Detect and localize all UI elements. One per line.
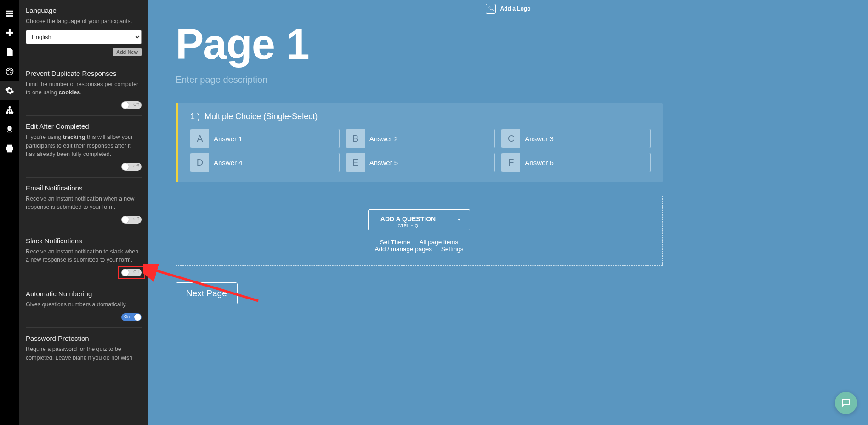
svg-point-10 [9, 69, 11, 70]
question-title[interactable]: 1 ) Multiple Choice (Single-Select) [190, 112, 651, 121]
svg-rect-1 [9, 11, 13, 12]
answer-letter: A [191, 129, 209, 148]
numbering-title: Automatic Numbering [26, 290, 142, 298]
settings-sidebar[interactable]: Language Choose the language of your par… [19, 0, 148, 425]
section-slack: Slack Notifications Receive an instant n… [26, 230, 142, 283]
svg-rect-5 [9, 15, 13, 16]
answer-option[interactable]: DAnswer 4 [190, 153, 340, 172]
answer-option[interactable]: CAnswer 3 [501, 129, 651, 148]
answer-text: Answer 2 [365, 129, 495, 148]
language-desc: Choose the language of your participants… [26, 17, 142, 25]
rail-settings-button[interactable] [0, 81, 19, 100]
answer-text: Answer 6 [520, 153, 650, 172]
section-duplicate: Prevent Duplicate Responses Limit the nu… [26, 63, 142, 116]
email-desc: Receive an instant notification when a n… [26, 195, 142, 211]
add-logo-button[interactable]: Add a Logo [148, 0, 868, 23]
answer-letter: F [502, 153, 520, 172]
svg-rect-19 [8, 149, 11, 152]
answer-letter: B [346, 129, 365, 148]
svg-point-13 [9, 107, 10, 108]
svg-rect-4 [6, 15, 8, 16]
slack-title: Slack Notifications [26, 237, 142, 245]
image-icon [486, 4, 496, 14]
answer-option[interactable]: AAnswer 1 [190, 129, 340, 148]
edit-after-desc: If you're using tracking this will allow… [26, 133, 142, 158]
answer-text: Answer 1 [209, 129, 339, 148]
icon-rail [0, 0, 19, 425]
answer-text: Answer 3 [520, 129, 650, 148]
section-password: Password Protection Require a password f… [26, 328, 142, 368]
edit-after-toggle[interactable]: Off [121, 163, 142, 171]
language-select[interactable]: English [26, 30, 142, 44]
add-question-area: ADD A QUESTION CTRL + Q Set Theme All pa… [176, 196, 663, 266]
section-language: Language Choose the language of your par… [26, 0, 142, 63]
section-numbering: Automatic Numbering Gives questions numb… [26, 283, 142, 328]
editor-canvas[interactable]: Add a Logo Page 1 Enter page description… [148, 0, 868, 425]
language-title: Language [26, 6, 142, 14]
link-all-items[interactable]: All page items [419, 239, 458, 246]
answer-option[interactable]: BAnswer 2 [346, 129, 495, 148]
link-manage-pages[interactable]: Add / manage pages [374, 246, 432, 253]
svg-point-11 [11, 70, 12, 71]
answer-text: Answer 5 [365, 153, 495, 172]
question-card[interactable]: 1 ) Multiple Choice (Single-Select) AAns… [176, 103, 663, 182]
numbering-desc: Gives questions numbers automatically. [26, 300, 142, 309]
page-title[interactable]: Page 1 [176, 23, 663, 65]
section-edit-after: Edit After Completed If you're using tra… [26, 116, 142, 177]
answer-letter: C [502, 129, 520, 148]
numbering-toggle[interactable]: On [121, 313, 142, 321]
svg-point-9 [7, 70, 9, 71]
answer-text: Answer 4 [209, 153, 339, 172]
rail-print-button[interactable] [0, 139, 19, 158]
rail-page-button[interactable] [0, 42, 19, 62]
rail-tree-button[interactable] [0, 100, 19, 120]
svg-rect-2 [6, 13, 8, 14]
svg-rect-3 [9, 13, 13, 14]
rail-add-button[interactable] [0, 23, 19, 42]
slack-toggle[interactable]: Off [121, 269, 142, 276]
answer-option[interactable]: FAnswer 6 [501, 153, 651, 172]
answer-letter: D [191, 153, 209, 172]
add-question-button[interactable]: ADD A QUESTION CTRL + Q [369, 210, 448, 230]
svg-point-15 [9, 112, 10, 113]
slack-desc: Receive an instant notification to slack… [26, 247, 142, 264]
password-title: Password Protection [26, 334, 142, 342]
answer-letter: E [346, 153, 365, 172]
rail-preview-button[interactable] [0, 120, 19, 139]
add-language-button[interactable]: Add New [113, 48, 142, 56]
svg-rect-7 [6, 32, 13, 33]
svg-point-20 [489, 7, 490, 8]
email-toggle[interactable]: Off [121, 216, 142, 224]
page-description-placeholder[interactable]: Enter page description [176, 75, 663, 85]
add-question-dropdown[interactable] [448, 210, 470, 230]
quick-links: Set Theme All page items Add / manage pa… [185, 239, 653, 253]
svg-rect-0 [6, 11, 8, 12]
svg-point-12 [10, 72, 11, 73]
duplicate-desc: Limit the number of responses per comput… [26, 80, 142, 97]
help-bubble[interactable] [835, 392, 857, 414]
link-set-theme[interactable]: Set Theme [380, 239, 410, 246]
link-settings[interactable]: Settings [441, 246, 464, 253]
rail-theme-button[interactable] [0, 62, 19, 81]
edit-after-title: Edit After Completed [26, 122, 142, 130]
svg-point-14 [6, 112, 8, 113]
password-desc: Require a password for the quiz to be co… [26, 345, 142, 362]
section-email: Email Notifications Receive an instant n… [26, 178, 142, 230]
answer-option[interactable]: EAnswer 5 [346, 153, 495, 172]
next-page-button[interactable]: Next Page [176, 282, 238, 304]
add-question-button-group: ADD A QUESTION CTRL + Q [368, 209, 470, 230]
duplicate-toggle[interactable]: Off [121, 101, 142, 109]
svg-point-16 [11, 112, 13, 113]
duplicate-title: Prevent Duplicate Responses [26, 69, 142, 77]
email-title: Email Notifications [26, 184, 142, 192]
rail-menu-button[interactable] [0, 4, 19, 23]
